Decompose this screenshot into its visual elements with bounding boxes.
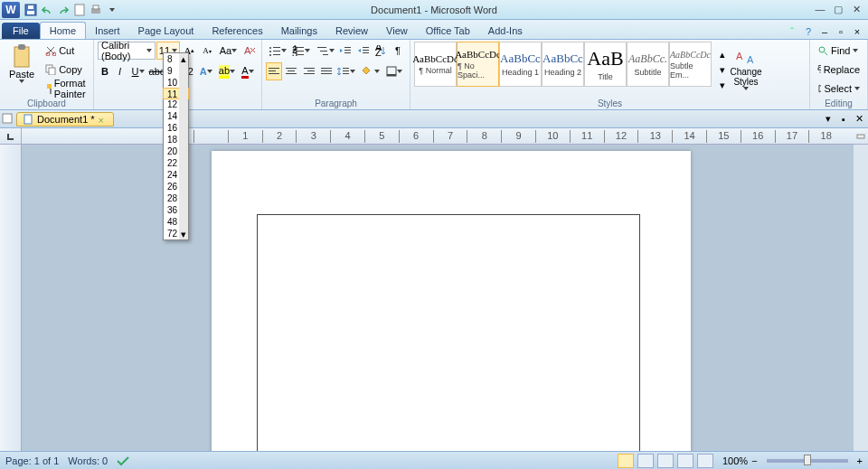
select-button[interactable]: Select bbox=[814, 80, 863, 98]
clear-formatting-button[interactable]: A bbox=[241, 42, 258, 60]
vertical-scrollbar[interactable] bbox=[854, 145, 868, 467]
font-name-combo[interactable]: Calibri (Body) bbox=[98, 42, 156, 60]
horizontal-ruler[interactable]: 123456789101112131415161718 bbox=[22, 128, 854, 144]
minimize-button[interactable]: — bbox=[812, 2, 828, 16]
tab-office-tab[interactable]: Office Tab bbox=[417, 23, 479, 39]
print-icon[interactable] bbox=[89, 3, 103, 17]
word-count[interactable]: Words: 0 bbox=[68, 455, 108, 466]
highlight-button[interactable]: ab bbox=[217, 62, 237, 80]
bold-button[interactable]: B bbox=[98, 62, 112, 80]
svg-rect-28 bbox=[320, 51, 327, 52]
text-area[interactable] bbox=[257, 214, 640, 467]
dropdown-scrollbar[interactable]: ▴ ▾ bbox=[179, 53, 188, 239]
font-color-button[interactable]: A bbox=[238, 62, 258, 80]
change-styles-button[interactable]: AA Change Styles bbox=[726, 42, 766, 98]
app-restore-icon[interactable]: ▫ bbox=[834, 24, 848, 39]
increase-indent-button[interactable] bbox=[354, 42, 371, 60]
style-item-6[interactable]: AaBbCcDcSubtle Em... bbox=[669, 42, 712, 87]
style-gallery[interactable]: AaBbCcDc¶ NormalAaBbCcDc¶ No Spaci...AaB… bbox=[414, 42, 712, 98]
replace-button[interactable]: abReplace bbox=[814, 61, 863, 79]
bullets-button[interactable] bbox=[266, 42, 288, 60]
zoom-level[interactable]: 100% bbox=[722, 455, 748, 466]
tab-review[interactable]: Review bbox=[326, 23, 377, 39]
tab-selector[interactable] bbox=[0, 128, 22, 144]
vertical-ruler[interactable] bbox=[0, 145, 22, 467]
copy-button[interactable]: Copy bbox=[42, 61, 94, 79]
tab-view[interactable]: View bbox=[377, 23, 417, 39]
justify-button[interactable] bbox=[318, 62, 335, 80]
tab-references[interactable]: References bbox=[203, 23, 271, 39]
borders-button[interactable] bbox=[383, 62, 406, 80]
align-left-button[interactable] bbox=[266, 62, 282, 80]
style-item-0[interactable]: AaBbCcDc¶ Normal bbox=[414, 42, 457, 87]
shading-button[interactable] bbox=[359, 62, 382, 80]
tab-mailings[interactable]: Mailings bbox=[272, 23, 326, 39]
minimize-ribbon-icon[interactable]: ˆ bbox=[785, 24, 799, 39]
zoom-in-button[interactable]: + bbox=[857, 455, 863, 466]
close-button[interactable]: ✕ bbox=[848, 2, 864, 16]
save-icon[interactable] bbox=[24, 3, 38, 17]
format-painter-button[interactable]: Format Painter bbox=[42, 80, 94, 98]
qat-more-icon[interactable] bbox=[105, 3, 119, 17]
style-item-1[interactable]: AaBbCcDc¶ No Spaci... bbox=[457, 42, 499, 87]
decrease-indent-button[interactable] bbox=[337, 42, 354, 60]
change-case-button[interactable]: Aa bbox=[216, 42, 240, 60]
style-item-4[interactable]: AaBTitle bbox=[584, 42, 627, 87]
svg-text:A: A bbox=[244, 45, 251, 56]
redo-icon[interactable] bbox=[56, 3, 71, 17]
app-close-icon[interactable]: × bbox=[850, 24, 864, 39]
select-icon bbox=[817, 83, 821, 94]
multilevel-list-button[interactable] bbox=[314, 42, 336, 60]
show-marks-button[interactable]: ¶ bbox=[390, 42, 406, 60]
align-center-button[interactable] bbox=[283, 62, 299, 80]
document-tab[interactable]: Document1 * × bbox=[16, 112, 114, 127]
web-layout-view-button[interactable] bbox=[657, 454, 674, 468]
full-screen-view-button[interactable] bbox=[637, 454, 654, 468]
page-area[interactable] bbox=[22, 145, 868, 467]
cut-button[interactable]: Cut bbox=[42, 42, 94, 60]
tab-insert[interactable]: Insert bbox=[86, 23, 129, 39]
line-spacing-button[interactable] bbox=[335, 62, 358, 80]
find-button[interactable]: Find bbox=[814, 42, 863, 60]
new-icon[interactable] bbox=[72, 3, 87, 17]
svg-rect-61 bbox=[857, 135, 864, 138]
zoom-thumb[interactable] bbox=[804, 455, 811, 465]
app-minimize-icon[interactable]: – bbox=[817, 24, 832, 39]
tab-page-layout[interactable]: Page Layout bbox=[129, 23, 203, 39]
spell-check-icon[interactable] bbox=[117, 455, 129, 466]
ruler-toggle-icon[interactable] bbox=[854, 128, 868, 144]
text-effects-button[interactable]: A bbox=[196, 62, 216, 80]
tab-home[interactable]: Home bbox=[40, 22, 86, 39]
tab-file[interactable]: File bbox=[2, 23, 40, 39]
style-item-2[interactable]: AaBbCcHeading 1 bbox=[499, 42, 542, 87]
numbering-button[interactable]: 123 bbox=[289, 42, 312, 60]
underline-button[interactable]: U bbox=[128, 62, 148, 80]
svg-rect-20 bbox=[273, 54, 280, 55]
tab-close-all-icon[interactable]: ✕ bbox=[852, 112, 866, 127]
help-icon[interactable]: ? bbox=[801, 24, 816, 39]
style-item-3[interactable]: AaBbCcHeading 2 bbox=[542, 42, 584, 87]
undo-icon[interactable] bbox=[40, 3, 54, 17]
print-layout-view-button[interactable] bbox=[618, 454, 634, 468]
zoom-out-button[interactable]: − bbox=[751, 455, 757, 466]
outline-view-button[interactable] bbox=[677, 454, 693, 468]
style-item-5[interactable]: AaBbCc.Subtitle bbox=[627, 42, 669, 87]
scroll-down-icon[interactable]: ▾ bbox=[179, 229, 188, 239]
svg-text:ab: ab bbox=[817, 64, 821, 72]
italic-button[interactable]: I bbox=[113, 62, 127, 80]
tab-list-icon[interactable]: ▪ bbox=[836, 112, 851, 127]
shrink-font-button[interactable]: A▾ bbox=[199, 42, 216, 60]
scroll-up-icon[interactable]: ▴ bbox=[179, 53, 188, 64]
tab-addins[interactable]: Add-Ins bbox=[479, 23, 532, 39]
close-tab-icon[interactable]: × bbox=[99, 115, 108, 124]
tab-prev-icon[interactable]: ▾ bbox=[821, 112, 835, 127]
page-status[interactable]: Page: 1 of 1 bbox=[5, 455, 59, 466]
draft-view-button[interactable] bbox=[697, 454, 713, 468]
align-right-button[interactable] bbox=[300, 62, 316, 80]
zoom-slider[interactable] bbox=[767, 459, 848, 463]
paste-button[interactable]: Paste bbox=[4, 42, 40, 98]
svg-point-57 bbox=[819, 47, 825, 52]
doc-tabs-menu-icon[interactable] bbox=[2, 113, 14, 126]
sort-button[interactable]: AZ bbox=[373, 42, 389, 60]
maximize-button[interactable]: ▢ bbox=[830, 2, 846, 16]
